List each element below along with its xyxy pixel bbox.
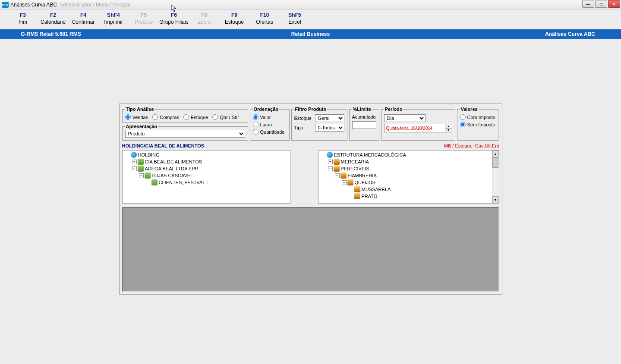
- tree-node-icon: [354, 193, 360, 199]
- function-key-toolbar: F3FimF2CalendárioF4ConfirmarShF4Imprimir…: [0, 9, 621, 29]
- valores-radio-1[interactable]: Sem Imposto: [460, 122, 495, 127]
- fkey-shf5[interactable]: ShF5Excel: [280, 12, 310, 25]
- fkey-f5: F5Produto: [129, 12, 159, 25]
- tree-item[interactable]: HOLDING: [123, 151, 289, 158]
- tree-item[interactable]: CLIENTES_FESTVAL L: [123, 179, 289, 186]
- tree-item-label: MERCEARIA: [341, 159, 369, 164]
- holding-tree[interactable]: HOLDING+CIA BEAL DE ALIMENTOS−ADEGA BEAL…: [122, 150, 290, 204]
- periodo-select[interactable]: Dia: [384, 114, 426, 122]
- tree-item[interactable]: MUSSARELA: [319, 186, 498, 193]
- tree-expander-icon[interactable]: −: [132, 166, 137, 171]
- filtro-produto-group: Filtro Produto Estoque Geral Tipo 0-Todo…: [291, 107, 347, 141]
- window-title: Análises Curva ABC: [10, 2, 57, 8]
- apresentacao-legend: Apresentação: [125, 124, 158, 129]
- tipo-analise-group: Tipo Análise Vendas Compras Estoque Qbr …: [122, 107, 248, 123]
- window-subtitle: Administrador / Menu Principal: [60, 2, 130, 8]
- tree-item-label: HOLDING: [138, 152, 160, 157]
- tree-item[interactable]: −PERECIVEIS: [319, 165, 498, 172]
- status-bar: G-RMS Retail 5.681 RMS Retail Business A…: [0, 29, 621, 39]
- periodo-legend: Período: [384, 107, 403, 112]
- estrutura-tree[interactable]: ESTRUTURA MERCADOLÓGICA+MERCEARIA−PERECI…: [318, 150, 499, 204]
- spinner-up-icon[interactable]: ▲: [445, 124, 452, 129]
- orden-radio-valor[interactable]: Valor: [253, 114, 287, 120]
- status-right: Análises Curva ABC: [519, 31, 621, 37]
- fkey-f2[interactable]: F2Calendário: [38, 12, 68, 25]
- tree-item[interactable]: −LOJAS CASCAVEL: [123, 172, 289, 179]
- date-spinner[interactable]: ▲▼: [445, 124, 452, 132]
- fkey-f9[interactable]: F9Estoque: [219, 12, 249, 25]
- apresentacao-group: Apresentação Produto: [122, 124, 248, 141]
- status-note: MB / Estoque: Cus.Ult.Ent: [444, 143, 499, 148]
- orden-radio-lucro[interactable]: Lucro: [253, 122, 287, 127]
- tipo-radio-compras[interactable]: Compras: [152, 114, 179, 120]
- fkey-shortcut: F2: [50, 12, 56, 18]
- apresentacao-select[interactable]: Produto: [125, 130, 245, 138]
- periodo-date-input[interactable]: Quinta-feira, 16/10/2014: [384, 124, 445, 132]
- fkey-shortcut: ShF4: [107, 12, 120, 18]
- fkey-f4[interactable]: F4Confirmar: [68, 12, 98, 25]
- tree-node-icon: [334, 159, 340, 165]
- tipo-radio-vendas[interactable]: Vendas: [125, 114, 148, 120]
- main-form: Tipo Análise Vendas Compras Estoque Qbr …: [119, 104, 502, 295]
- tree-node-icon: [334, 166, 340, 172]
- fkey-f3[interactable]: F3Fim: [8, 12, 38, 25]
- fkey-label: Produto: [135, 19, 153, 25]
- scroll-thumb[interactable]: [492, 157, 498, 168]
- fkey-f10[interactable]: F10Ofertas: [249, 12, 280, 25]
- fkey-shf4[interactable]: ShF4Imprimir: [98, 12, 129, 25]
- tree-expander-icon[interactable]: +: [328, 160, 333, 164]
- tree-item-label: CIA BEAL DE ALIMENTOS: [145, 159, 202, 164]
- tree-expander-icon[interactable]: +: [132, 160, 137, 164]
- tree-item-label: CLIENTES_FESTVAL L: [159, 180, 209, 185]
- orden-radio-quantidade[interactable]: Quantidade: [253, 129, 287, 135]
- fkey-f8: F8Zoom: [189, 12, 219, 25]
- status-center: Retail Business: [102, 31, 519, 37]
- tree-item[interactable]: −FIAMBRERIA: [319, 172, 498, 179]
- tree-node-icon: [138, 159, 144, 165]
- valores-radio-0[interactable]: Com Imposto: [460, 114, 495, 120]
- limite-input[interactable]: [352, 121, 376, 129]
- tipo-radio-estoque[interactable]: Estoque: [183, 114, 208, 120]
- limite-legend: %Limite: [352, 107, 372, 112]
- tree-expander-icon[interactable]: −: [342, 180, 347, 185]
- tree-scrollbar[interactable]: ▲▼: [492, 151, 499, 203]
- maximize-button[interactable]: ▭: [595, 0, 607, 8]
- fkey-label: Calendário: [41, 19, 66, 25]
- ordenacao-legend: Ordenação: [253, 107, 279, 112]
- tipo-radio-qbrsbr[interactable]: Qbr / Sbr: [212, 114, 239, 120]
- tree-expander-icon[interactable]: −: [335, 173, 340, 178]
- fkey-label: Grupo Filiais: [159, 19, 188, 25]
- tree-expander-icon[interactable]: −: [328, 166, 333, 171]
- tree-item-label: ADEGA BEAL LTDA EPP: [145, 166, 199, 171]
- close-button[interactable]: ✕: [608, 0, 620, 8]
- fkey-label: Estoque: [225, 19, 244, 25]
- filtro-produto-legend: Filtro Produto: [294, 107, 328, 112]
- tree-item[interactable]: PRATO: [319, 193, 498, 200]
- scroll-down-icon[interactable]: ▼: [492, 196, 499, 203]
- fkey-label: Confirmar: [72, 19, 95, 25]
- fkey-shortcut: F3: [20, 12, 26, 18]
- minimize-button[interactable]: —: [582, 0, 594, 8]
- valores-legend: Valores: [460, 107, 479, 112]
- scroll-up-icon[interactable]: ▲: [492, 151, 499, 157]
- tree-item[interactable]: +MERCEARIA: [319, 158, 498, 165]
- limite-group: %Limite Acumulado: [349, 107, 379, 141]
- app-icon: rms: [2, 2, 9, 8]
- fkey-f6[interactable]: F6Grupo Filiais: [159, 12, 189, 25]
- tree-node-icon: [340, 173, 347, 179]
- tree-expander-icon[interactable]: −: [139, 173, 144, 178]
- periodo-group: Período Dia Quinta-feira, 16/10/2014 ▲▼: [381, 107, 455, 141]
- fkey-shortcut: ShF5: [288, 12, 301, 18]
- spinner-down-icon[interactable]: ▼: [445, 129, 452, 132]
- tree-item[interactable]: −QUEIJOS: [319, 179, 498, 186]
- filtro-tipo-select[interactable]: 0-Todos: [315, 124, 344, 132]
- window-controls: — ▭ ✕: [582, 0, 620, 8]
- filtro-estoque-select[interactable]: Geral: [315, 114, 344, 122]
- tree-item[interactable]: −ADEGA BEAL LTDA EPP: [123, 165, 289, 172]
- fkey-label: Ofertas: [256, 19, 273, 25]
- tree-item[interactable]: ESTRUTURA MERCADOLÓGICA: [319, 151, 498, 158]
- tree-item-label: FIAMBRERIA: [348, 173, 377, 178]
- status-left: G-RMS Retail 5.681 RMS: [0, 31, 102, 37]
- tree-item[interactable]: +CIA BEAL DE ALIMENTOS: [123, 158, 289, 165]
- tree-item-label: ESTRUTURA MERCADOLÓGICA: [334, 152, 406, 157]
